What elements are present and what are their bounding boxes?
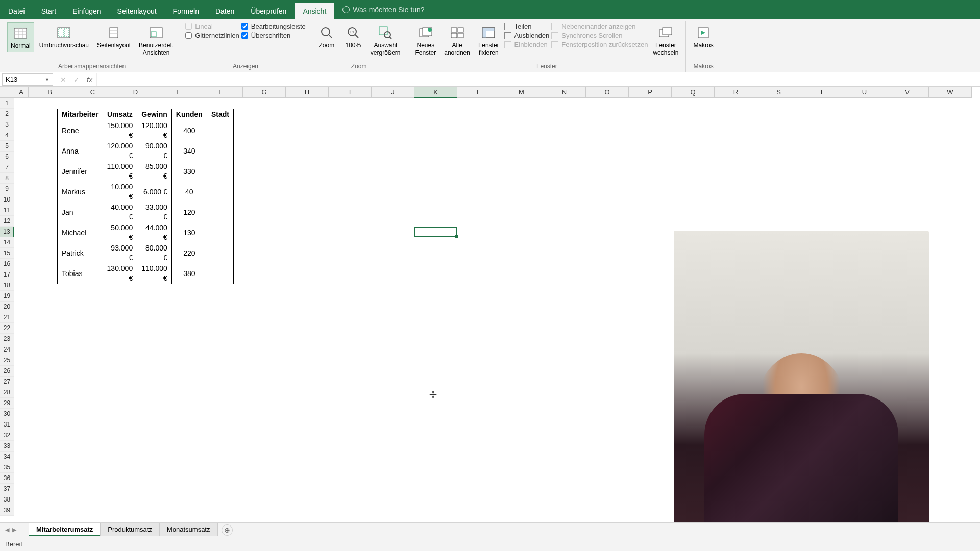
new-window-button[interactable]: + Neues Fenster: [412, 22, 439, 59]
tab-ansicht[interactable]: Ansicht: [295, 3, 334, 19]
table-cell[interactable]: Patrick: [58, 243, 103, 263]
table-cell[interactable]: 340: [172, 141, 207, 161]
table-cell[interactable]: 130: [172, 222, 207, 243]
table-cell[interactable]: 50.000 €: [103, 222, 137, 243]
row-header-33[interactable]: 33: [0, 441, 14, 452]
split-button[interactable]: Teilen: [504, 22, 550, 30]
sheet-tab-produktumsatz[interactable]: Produktumsatz: [100, 523, 160, 536]
table-cell[interactable]: [207, 202, 233, 222]
check-headings[interactable]: Überschriften: [241, 32, 306, 39]
fx-icon[interactable]: fx: [87, 76, 92, 84]
view-custom-button[interactable]: Benutzerdef. Ansichten: [136, 22, 177, 59]
sheet-tab-mitarbeiterumsatz[interactable]: Mitarbeiterumsatz: [29, 523, 101, 536]
table-cell[interactable]: Jennifer: [58, 161, 103, 182]
row-header-6[interactable]: 6: [0, 152, 14, 162]
column-header-U[interactable]: U: [843, 87, 886, 98]
table-cell[interactable]: Jan: [58, 202, 103, 222]
row-header-7[interactable]: 7: [0, 162, 14, 173]
tab-seitenlayout[interactable]: Seitenlayout: [109, 3, 165, 19]
tab-einfügen[interactable]: Einfügen: [64, 3, 109, 19]
column-header-G[interactable]: G: [243, 87, 286, 98]
table-cell[interactable]: [207, 222, 233, 243]
table-cell[interactable]: [207, 263, 233, 284]
table-cell[interactable]: 110.000 €: [103, 161, 137, 182]
column-header-M[interactable]: M: [500, 87, 543, 98]
column-header-A[interactable]: A: [14, 87, 29, 98]
table-cell[interactable]: 40: [172, 182, 207, 202]
table-cell[interactable]: 85.000 €: [137, 161, 172, 182]
name-box[interactable]: K13 ▼: [2, 73, 53, 86]
column-header-Q[interactable]: Q: [672, 87, 715, 98]
column-header-C[interactable]: C: [71, 87, 114, 98]
column-header-H[interactable]: H: [286, 87, 329, 98]
row-header-25[interactable]: 25: [0, 355, 14, 366]
row-header-9[interactable]: 9: [0, 184, 14, 194]
table-cell[interactable]: 120.000 €: [137, 120, 172, 141]
table-cell[interactable]: 330: [172, 161, 207, 182]
table-cell[interactable]: 33.000 €: [137, 202, 172, 222]
row-header-20[interactable]: 20: [0, 302, 14, 312]
view-normal-button[interactable]: Normal: [7, 22, 34, 52]
row-header-36[interactable]: 36: [0, 473, 14, 484]
sheet-nav-next[interactable]: ▶: [11, 525, 17, 534]
row-header-19[interactable]: 19: [0, 291, 14, 302]
column-header-P[interactable]: P: [629, 87, 672, 98]
column-header-T[interactable]: T: [800, 87, 843, 98]
table-cell[interactable]: 90.000 €: [137, 141, 172, 161]
row-header-4[interactable]: 4: [0, 130, 14, 141]
tab-überprüfen[interactable]: Überprüfen: [242, 3, 295, 19]
tab-formeln[interactable]: Formeln: [165, 3, 207, 19]
row-header-28[interactable]: 28: [0, 387, 14, 398]
row-header-10[interactable]: 10: [0, 194, 14, 205]
column-header-E[interactable]: E: [157, 87, 200, 98]
table-cell[interactable]: [207, 182, 233, 202]
row-header-30[interactable]: 30: [0, 409, 14, 419]
row-header-29[interactable]: 29: [0, 398, 14, 409]
sheet-nav-prev[interactable]: ◀: [4, 525, 10, 534]
column-header-I[interactable]: I: [329, 87, 372, 98]
column-header-K[interactable]: K: [414, 87, 457, 98]
column-header-N[interactable]: N: [543, 87, 586, 98]
table-cell[interactable]: 80.000 €: [137, 243, 172, 263]
row-header-32[interactable]: 32: [0, 430, 14, 441]
column-header-S[interactable]: S: [757, 87, 800, 98]
table-cell[interactable]: Tobias: [58, 263, 103, 284]
sheet-tab-monatsumsatz[interactable]: Monatsumsatz: [159, 523, 218, 536]
arrange-all-button[interactable]: Alle anordnen: [441, 22, 473, 59]
row-header-2[interactable]: 2: [0, 109, 14, 119]
check-gridlines[interactable]: Gitternetzlinien: [185, 32, 239, 39]
table-cell[interactable]: Michael: [58, 222, 103, 243]
table-cell[interactable]: 220: [172, 243, 207, 263]
table-cell[interactable]: [207, 161, 233, 182]
column-header-R[interactable]: R: [715, 87, 757, 98]
view-pagebreak-button[interactable]: Umbruchvorschau: [36, 22, 92, 51]
view-pagelayout-button[interactable]: Seitenlayout: [94, 22, 134, 51]
row-header-23[interactable]: 23: [0, 334, 14, 344]
freeze-panes-button[interactable]: Fenster fixieren: [475, 22, 502, 59]
column-header-W[interactable]: W: [929, 87, 972, 98]
zoom-selection-button[interactable]: Auswahl vergrößern: [368, 22, 404, 59]
row-header-15[interactable]: 15: [0, 248, 14, 259]
row-header-5[interactable]: 5: [0, 141, 14, 152]
row-header-13[interactable]: 13: [0, 227, 14, 237]
row-header-35[interactable]: 35: [0, 462, 14, 473]
macros-button[interactable]: Makros: [690, 22, 716, 51]
hide-button[interactable]: Ausblenden: [504, 32, 550, 39]
table-cell[interactable]: 40.000 €: [103, 202, 137, 222]
column-header-L[interactable]: L: [457, 87, 500, 98]
row-header-26[interactable]: 26: [0, 366, 14, 377]
zoom-button[interactable]: Zoom: [314, 22, 339, 51]
row-header-3[interactable]: 3: [0, 119, 14, 130]
table-cell[interactable]: Anna: [58, 141, 103, 161]
zoom-100-button[interactable]: 1:1 100%: [341, 22, 365, 51]
table-cell[interactable]: 93.000 €: [103, 243, 137, 263]
row-header-21[interactable]: 21: [0, 312, 14, 323]
tab-datei[interactable]: Datei: [0, 3, 33, 19]
check-formula-bar[interactable]: Bearbeitungsleiste: [241, 22, 306, 30]
row-header-12[interactable]: 12: [0, 216, 14, 227]
row-header-31[interactable]: 31: [0, 419, 14, 430]
table-cell[interactable]: Rene: [58, 120, 103, 141]
table-cell[interactable]: 10.000 €: [103, 182, 137, 202]
column-header-B[interactable]: B: [29, 87, 71, 98]
row-header-14[interactable]: 14: [0, 237, 14, 248]
